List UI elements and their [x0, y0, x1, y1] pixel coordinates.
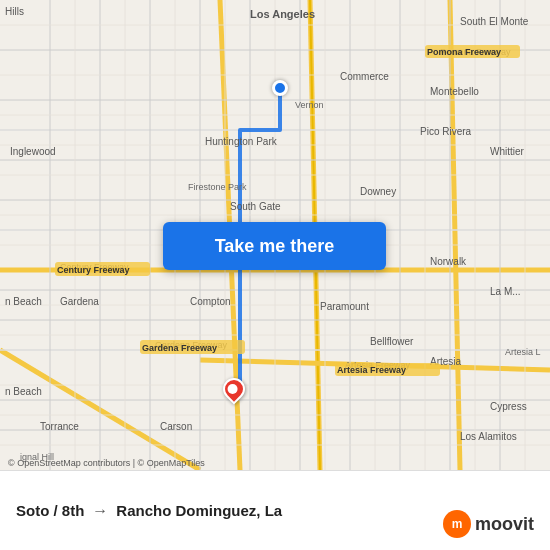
- map-container: Los Angeles South El Monte Pomona Freewa…: [0, 0, 550, 470]
- svg-text:Norwalk: Norwalk: [430, 256, 467, 267]
- origin-pin: [272, 80, 288, 96]
- svg-text:Huntington Park: Huntington Park: [205, 136, 278, 147]
- svg-text:Paramount: Paramount: [320, 301, 369, 312]
- svg-text:Gardena Freeway: Gardena Freeway: [142, 343, 217, 353]
- svg-text:Gardena: Gardena: [60, 296, 99, 307]
- destination-pin: [222, 378, 246, 410]
- moovit-brand-name: moovit: [475, 514, 534, 535]
- route-from-label: Soto / 8th: [16, 502, 84, 519]
- take-me-there-button[interactable]: Take me there: [163, 222, 386, 270]
- svg-text:Inglewood: Inglewood: [10, 146, 56, 157]
- route-arrow-icon: →: [92, 502, 108, 520]
- svg-text:Bellflower: Bellflower: [370, 336, 414, 347]
- svg-text:n Beach: n Beach: [5, 296, 42, 307]
- map-attribution: © OpenStreetMap contributors | © OpenMap…: [8, 458, 205, 468]
- svg-text:Carson: Carson: [160, 421, 192, 432]
- svg-text:South Gate: South Gate: [230, 201, 281, 212]
- svg-text:Cypress: Cypress: [490, 401, 527, 412]
- svg-text:Hills: Hills: [5, 6, 24, 17]
- svg-text:Pomona Freeway: Pomona Freeway: [427, 47, 501, 57]
- svg-text:Downey: Downey: [360, 186, 396, 197]
- svg-text:Compton: Compton: [190, 296, 231, 307]
- svg-text:Pico Rivera: Pico Rivera: [420, 126, 472, 137]
- bottom-bar: Soto / 8th → Rancho Dominguez, La m moov…: [0, 470, 550, 550]
- svg-text:La M...: La M...: [490, 286, 521, 297]
- svg-text:Los Alamitos: Los Alamitos: [460, 431, 517, 442]
- svg-text:Century Freeway: Century Freeway: [57, 265, 130, 275]
- svg-text:South El Monte: South El Monte: [460, 16, 529, 27]
- svg-text:Los Angeles: Los Angeles: [250, 8, 315, 20]
- svg-text:Artesia L: Artesia L: [505, 347, 541, 357]
- svg-text:Firestone Park: Firestone Park: [188, 182, 247, 192]
- svg-text:Commerce: Commerce: [340, 71, 389, 82]
- svg-text:Artesia Freeway: Artesia Freeway: [337, 365, 406, 375]
- svg-text:Montebello: Montebello: [430, 86, 479, 97]
- svg-text:Torrance: Torrance: [40, 421, 79, 432]
- moovit-logo: m moovit: [443, 510, 534, 538]
- svg-text:Vernon: Vernon: [295, 100, 324, 110]
- svg-text:n Beach: n Beach: [5, 386, 42, 397]
- svg-text:Whittier: Whittier: [490, 146, 525, 157]
- route-to-label: Rancho Dominguez, La: [116, 502, 282, 519]
- moovit-icon: m: [443, 510, 471, 538]
